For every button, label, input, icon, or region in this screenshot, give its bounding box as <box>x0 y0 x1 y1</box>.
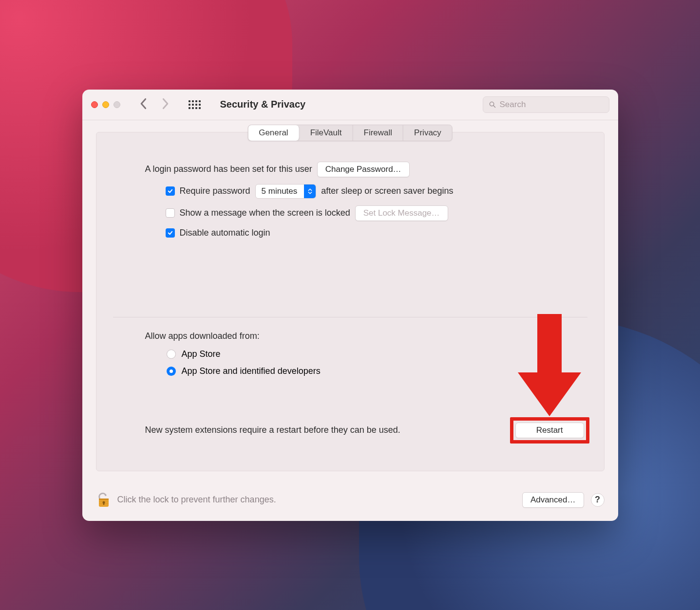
tab-bar: General FileVault Firewall Privacy <box>247 125 453 141</box>
minimize-window-button[interactable] <box>102 101 109 108</box>
search-input[interactable] <box>500 100 603 110</box>
restart-button[interactable]: Restart <box>515 423 584 438</box>
login-settings-section: A login password has been set for this u… <box>96 132 604 259</box>
window-title: Security & Privacy <box>220 99 306 110</box>
change-password-button[interactable]: Change Password… <box>317 162 410 177</box>
require-password-delay-value: 5 minutes <box>256 186 304 196</box>
require-password-label: Require password <box>180 186 250 196</box>
svg-rect-3 <box>99 499 109 500</box>
radio-identified-developers-label: App Store and identified developers <box>182 366 321 376</box>
set-lock-message-button: Set Lock Message… <box>355 205 448 221</box>
extensions-restart-message: New system extensions require a restart … <box>145 425 400 435</box>
back-button[interactable] <box>140 98 148 111</box>
show-lock-message-label: Show a message when the screen is locked <box>180 208 350 218</box>
tab-filevault[interactable]: FileVault <box>300 125 353 141</box>
select-stepper-icon <box>304 185 316 198</box>
show-lock-message-checkbox[interactable] <box>166 208 175 218</box>
chevron-left-icon <box>140 98 148 110</box>
annotation-highlight-box: Restart <box>510 417 589 444</box>
svg-line-1 <box>493 106 495 108</box>
gatekeeper-heading: Allow apps downloaded from: <box>145 331 555 341</box>
disable-auto-login-checkbox[interactable] <box>166 228 175 238</box>
checkmark-icon <box>167 230 173 236</box>
svg-rect-7 <box>103 502 104 505</box>
radio-app-store[interactable] <box>167 350 176 359</box>
search-field[interactable] <box>483 96 609 113</box>
unlocked-padlock-icon <box>96 490 111 508</box>
require-password-delay-select[interactable]: 5 minutes <box>255 184 317 199</box>
svg-point-0 <box>490 102 493 106</box>
annotation-arrow <box>518 314 581 421</box>
disable-auto-login-label: Disable automatic login <box>180 228 270 238</box>
system-preferences-window: Security & Privacy General FileVault Fir… <box>82 90 618 521</box>
close-window-button[interactable] <box>91 101 98 108</box>
forward-button[interactable] <box>161 98 169 111</box>
login-password-status-text: A login password has been set for this u… <box>145 164 312 174</box>
advanced-button[interactable]: Advanced… <box>522 492 584 508</box>
chevron-right-icon <box>161 98 169 110</box>
zoom-window-button <box>114 101 120 108</box>
search-icon <box>489 100 496 109</box>
tab-firewall[interactable]: Firewall <box>353 125 404 141</box>
navigation-arrows <box>140 98 169 111</box>
extensions-section: New system extensions require a restart … <box>96 393 604 444</box>
show-all-button[interactable] <box>189 100 201 109</box>
tab-general[interactable]: General <box>248 125 299 141</box>
lock-button[interactable] <box>96 490 111 510</box>
help-button[interactable]: ? <box>591 493 605 507</box>
footer: Click the lock to prevent further change… <box>82 480 618 521</box>
radio-identified-developers[interactable] <box>167 367 176 376</box>
arrow-down-icon <box>518 314 581 421</box>
tab-privacy[interactable]: Privacy <box>403 125 452 141</box>
content-area: General FileVault Firewall Privacy A log… <box>82 120 618 480</box>
checkmark-icon <box>167 188 173 194</box>
require-password-checkbox[interactable] <box>166 186 175 196</box>
window-controls <box>91 101 120 108</box>
titlebar: Security & Privacy <box>82 90 618 120</box>
lock-hint-text: Click the lock to prevent further change… <box>117 495 276 505</box>
settings-panel: General FileVault Firewall Privacy A log… <box>96 132 605 471</box>
require-password-suffix: after sleep or screen saver begins <box>321 186 453 196</box>
radio-app-store-label: App Store <box>182 349 221 359</box>
